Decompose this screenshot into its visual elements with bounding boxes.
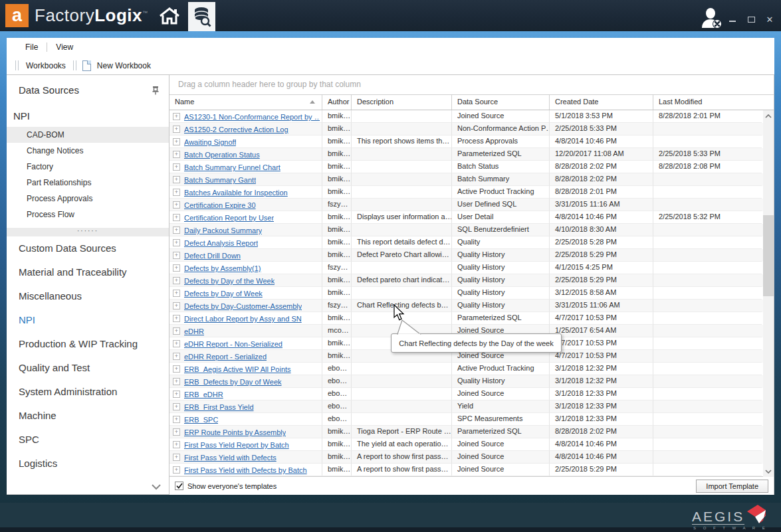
table-row[interactable]: +AS1250-2 Corrective Action Logbmik…Non-… <box>169 123 774 135</box>
column-header-last-modified[interactable]: Last Modified <box>653 95 762 110</box>
sidebar-item-factory[interactable]: Factory <box>7 159 169 175</box>
table-row[interactable]: +Awaiting Signoffbmik…This report shows … <box>169 135 774 148</box>
row-expand-icon[interactable]: + <box>173 163 180 171</box>
template-name-link[interactable]: AS1250-2 Corrective Action Log <box>184 126 288 133</box>
row-expand-icon[interactable]: + <box>173 201 180 209</box>
row-expand-icon[interactable]: + <box>173 353 180 360</box>
table-row[interactable]: +Batches Available for Inspectionbmik…Ac… <box>169 186 774 199</box>
row-expand-icon[interactable]: + <box>173 428 180 436</box>
sidebar-category-custom-data-sources[interactable]: Custom Data Sources <box>7 236 169 260</box>
template-name-link[interactable]: eDHR Report - Non-Serialized <box>184 340 282 348</box>
template-name-link[interactable]: ERB_First Pass Yield <box>184 403 254 411</box>
table-row[interactable]: +Defect Analysis Reportbmik…This report … <box>169 236 774 249</box>
row-expand-icon[interactable]: + <box>173 391 180 398</box>
table-row[interactable]: +AS1230-1 Non-Conformance Report by …bmi… <box>169 110 774 123</box>
template-name-link[interactable]: eDHR <box>184 327 204 335</box>
checkbox-label[interactable]: Show everyone's templates <box>187 482 277 490</box>
template-name-link[interactable]: Defect Analysis Report <box>184 239 258 247</box>
sidebar-category-miscellaneous[interactable]: Miscellaneous <box>7 284 169 308</box>
template-name-link[interactable]: Certification Expire 30 <box>184 201 256 209</box>
template-name-link[interactable]: Defect Drill Down <box>184 252 241 260</box>
sidebar-category-system-administration[interactable]: System Administration <box>7 380 169 404</box>
home-icon[interactable] <box>158 7 181 25</box>
template-name-link[interactable]: Batch Summary Gantt <box>184 176 256 184</box>
template-name-link[interactable]: ERP Route Points by Assembly <box>184 428 286 436</box>
row-expand-icon[interactable]: + <box>173 126 180 133</box>
row-expand-icon[interactable]: + <box>173 302 180 310</box>
template-name-link[interactable]: Defects by Day of Week <box>184 290 263 298</box>
sidebar-category-npi[interactable]: NPI <box>7 308 169 332</box>
template-name-link[interactable]: Batch Operation Status <box>184 151 260 159</box>
template-name-link[interactable]: Direct Labor Report by Assy and SN <box>184 315 302 323</box>
table-row[interactable]: +ERB_Defects by Day of Weekebo…Quality H… <box>169 375 774 388</box>
template-name-link[interactable]: Batch Summary Funnel Chart <box>184 163 280 171</box>
menu-view[interactable]: View <box>49 43 80 52</box>
template-name-link[interactable]: ERB_eDHR <box>184 391 223 399</box>
scroll-up-button[interactable] <box>763 110 774 122</box>
sidebar-category-machine[interactable]: Machine <box>7 404 169 428</box>
table-row[interactable]: +Certification Expire 30fszy…User Define… <box>169 199 774 211</box>
menu-file[interactable]: File <box>19 43 45 52</box>
close-button[interactable]: ✕ <box>765 16 774 24</box>
maximize-button[interactable] <box>746 16 756 24</box>
sidebar-item-cad-bom[interactable]: CAD-BOM <box>7 127 169 143</box>
row-expand-icon[interactable]: + <box>173 264 180 272</box>
row-expand-icon[interactable]: + <box>173 252 180 259</box>
template-name-link[interactable]: ERB_Aegis Active WIP All Points <box>184 365 291 373</box>
template-name-link[interactable]: First Pass Yield with Defects by Batch <box>184 466 307 474</box>
sidebar-category-spc[interactable]: SPC <box>7 428 169 452</box>
import-template-button[interactable]: Import Template <box>696 480 768 493</box>
template-name-link[interactable]: eDHR Report - Serialized <box>184 353 267 361</box>
sidebar-category-production-wip-tracking[interactable]: Production & WIP Tracking <box>7 332 169 356</box>
table-row[interactable]: +ERB_First Pass Yieldebo…Yield3/1/2018 1… <box>169 400 774 413</box>
row-expand-icon[interactable]: + <box>173 151 180 158</box>
row-expand-icon[interactable]: + <box>173 189 180 196</box>
row-expand-icon[interactable]: + <box>173 327 180 335</box>
row-expand-icon[interactable]: + <box>173 416 180 423</box>
template-name-link[interactable]: ERB_Defects by Day of Week <box>184 378 282 386</box>
table-row[interactable]: +First Pass Yield Report by Batchbmik…Th… <box>169 438 774 451</box>
new-workbook-button[interactable]: New Workbook <box>94 61 154 70</box>
row-expand-icon[interactable]: + <box>173 403 180 410</box>
user-logout-icon[interactable] <box>699 8 727 29</box>
column-header-author[interactable]: Author <box>322 95 352 110</box>
table-row[interactable]: +Defect Drill Downbmik…Defect Pareto Cha… <box>169 249 774 262</box>
template-name-link[interactable]: Awaiting Signoff <box>184 138 236 146</box>
template-name-link[interactable]: Defects by Day of the Week <box>184 277 275 285</box>
row-expand-icon[interactable]: + <box>173 378 180 385</box>
sidebar-item-part-relationships[interactable]: Part Relationships <box>7 175 169 191</box>
row-expand-icon[interactable]: + <box>173 365 180 373</box>
table-row[interactable]: +ERB_eDHRebo…Joined Source3/1/2018 12:33… <box>169 388 774 400</box>
row-expand-icon[interactable]: + <box>173 226 180 234</box>
table-row[interactable]: +Certification Report by Userbmik…Displa… <box>169 211 774 224</box>
template-name-link[interactable]: First Pass Yield with Defects <box>184 454 277 462</box>
table-row[interactable]: +Batch Summary Funnel Chartbmik…Batch St… <box>169 161 774 173</box>
template-name-link[interactable]: ERB_SPC <box>184 416 218 424</box>
table-row[interactable]: +Batch Summary Ganttbmik…Batch Summary8/… <box>169 173 774 186</box>
template-name-link[interactable]: Batches Available for Inspection <box>184 189 288 197</box>
template-name-link[interactable]: First Pass Yield Report by Batch <box>184 441 289 449</box>
scroll-down-button[interactable] <box>763 466 774 477</box>
row-expand-icon[interactable]: + <box>173 277 180 284</box>
row-expand-icon[interactable]: + <box>173 176 180 183</box>
row-expand-icon[interactable]: + <box>173 239 180 246</box>
row-expand-icon[interactable]: + <box>173 138 180 145</box>
sidebar-category-logistics[interactable]: Logistics <box>7 452 169 476</box>
row-expand-icon[interactable]: + <box>173 113 180 120</box>
table-row[interactable]: +Direct Labor Report by Assy and SNbmik…… <box>169 312 774 325</box>
pin-icon[interactable] <box>152 86 160 95</box>
row-expand-icon[interactable]: + <box>173 441 180 448</box>
data-sources-tool-button[interactable] <box>188 2 215 31</box>
table-row[interactable]: +ERP Route Points by Assemblybmik…Tioga … <box>169 426 774 438</box>
vertical-scrollbar[interactable] <box>763 110 774 477</box>
show-everyones-templates-checkbox[interactable] <box>175 482 183 490</box>
sidebar-item-process-approvals[interactable]: Process Approvals <box>7 191 169 207</box>
sidebar-category-material-and-traceability[interactable]: Material and Traceability <box>7 260 169 284</box>
table-row[interactable]: +Defects by Day of Weekbmik…Quality Hist… <box>169 287 774 300</box>
scrollbar-thumb[interactable] <box>763 215 774 296</box>
row-expand-icon[interactable]: + <box>173 466 180 474</box>
column-header-created-date[interactable]: Created Date <box>550 95 653 110</box>
column-header-name[interactable]: Name <box>169 95 322 110</box>
chevron-down-icon[interactable] <box>152 484 161 490</box>
table-row[interactable]: +Daily Packout Summarybmik…SQL Benutzerd… <box>169 224 774 236</box>
